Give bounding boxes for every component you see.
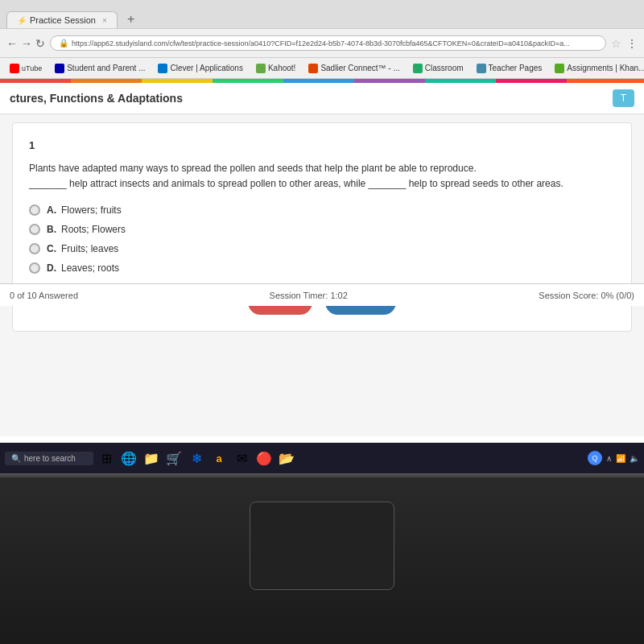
bookmark-sadlier[interactable]: Sadlier Connect™ - ... [305,63,402,74]
option-c-text: Fruits; leaves [61,243,118,254]
bookmark-khan-label: Assignments | Khan... [567,64,644,72]
page-title: ctures, Functions & Adaptations [10,92,183,105]
bookmark-clever[interactable]: Clever | Applications [155,63,246,74]
taskbar-network-icon: 📶 [616,454,625,463]
question-text: Plants have adapted many ways to spread … [29,161,615,192]
bookmark-kahoot-label: Kahoot! [268,64,295,72]
answer-options: A. Flowers; fruits B. Roots; Flowers C. … [29,204,615,274]
radio-c[interactable] [29,243,40,254]
option-d[interactable]: D. Leaves; roots [29,262,615,274]
taskbar-volume-icon: 🔈 [630,454,639,463]
bookmark-student[interactable]: Student and Parent ... [52,63,148,74]
bookmark-youtube[interactable]: uTube [6,63,45,74]
answered-count: 0 of 10 Answered [10,291,78,300]
taskbar-dropbox-icon[interactable]: ❄ [187,448,206,468]
bookmark-classroom-label: Classroom [425,64,464,72]
student-icon [55,64,64,73]
session-score: Session Score: 0% (0/0) [539,291,634,300]
khan-icon [555,64,564,73]
clever-icon [158,64,167,73]
question-number: 1 [29,139,615,151]
bookmark-teacher-label: Teacher Pages [489,64,543,72]
refresh-button[interactable]: ↻ [35,37,45,50]
option-a-text: Flowers; fruits [61,204,122,216]
taskbar-search-label: here to search [24,454,76,463]
browser-window: ⚡ Practice Session × + ← → ↻ 🔒 https://a… [0,0,644,475]
kahoot-icon [256,64,266,73]
bookmarks-bar: uTube Student and Parent ... Clever | Ap… [0,58,644,79]
search-icon: 🔍 [11,454,21,463]
classroom-icon [413,64,423,73]
option-b-text: Roots; Flowers [61,224,126,235]
option-d-letter: D. [47,262,56,274]
laptop-body: hp [0,475,644,644]
taskbar-files-icon[interactable]: 📂 [277,448,296,468]
trackpad[interactable] [250,502,394,590]
page-header: ctures, Functions & Adaptations T [0,83,644,114]
option-a[interactable]: A. Flowers; fruits [29,204,615,216]
radio-b[interactable] [29,224,40,235]
sadlier-icon [308,64,318,73]
tab-close-button[interactable]: × [102,16,107,25]
active-tab[interactable]: ⚡ Practice Session × [6,11,118,28]
option-c[interactable]: C. Fruits; leaves [29,243,615,254]
taskbar-search[interactable]: 🔍 here to search [5,452,93,465]
taskbar-amazon-icon[interactable]: a [209,448,229,468]
forward-button[interactable]: → [21,37,32,50]
address-bar: ← → ↻ 🔒 https://app62.studyisland.com/cf… [0,29,644,58]
bookmark-classroom[interactable]: Classroom [410,63,467,74]
new-tab-button[interactable]: + [122,10,140,28]
bookmark-teacher[interactable]: Teacher Pages [473,63,546,74]
lock-icon: 🔒 [59,39,68,47]
footer-bar: 0 of 10 Answered Session Timer: 1:02 Ses… [0,283,644,306]
url-bar[interactable]: 🔒 https://app62.studyisland.com/cfw/test… [50,35,606,51]
radio-d[interactable] [29,262,40,274]
bookmark-clever-label: Clever | Applications [170,64,242,72]
taskbar-folder-icon[interactable]: 📁 [142,448,161,468]
url-text: https://app62.studyisland.com/cfw/test/p… [72,39,570,47]
tab-icon: ⚡ [17,16,27,25]
taskbar-chrome-icon[interactable]: 🔴 [254,448,274,468]
back-button[interactable]: ← [6,37,18,50]
taskbar-mail-icon[interactable]: ✉ [232,448,251,468]
option-d-text: Leaves; roots [61,262,119,274]
question-line1: Plants have adapted many ways to spread … [29,163,477,174]
option-b-letter: B. [47,224,56,235]
taskbar-windows-button[interactable]: ⊞ [97,448,116,468]
bookmark-star-icon[interactable]: ☆ [611,37,621,50]
taskbar-edge-icon[interactable]: 🌐 [119,448,138,468]
teacher-icon [477,64,486,73]
taskbar-user-icon: Q [588,451,602,465]
radio-a[interactable] [29,204,40,216]
taskbar-store-icon[interactable]: 🛒 [164,448,184,468]
bookmark-yt-label: uTube [22,64,42,72]
bookmark-kahoot[interactable]: Kahoot! [253,63,299,74]
tab-label: Practice Session [30,15,96,25]
session-timer: Session Timer: 1:02 [270,291,348,300]
tab-bar: ⚡ Practice Session × + [0,0,644,29]
bookmark-sadlier-label: Sadlier Connect™ - ... [320,64,399,72]
question-line2: _______ help attract insects and animals… [29,178,564,189]
nav-buttons: ← → ↻ [6,37,45,50]
taskbar-right-area: Q ∧ 📶 🔈 [588,451,639,465]
option-c-letter: C. [47,243,56,254]
main-content: 1 Plants have adapted many ways to sprea… [0,114,644,436]
header-t-button[interactable]: T [613,89,634,107]
youtube-icon [10,64,19,73]
menu-icon[interactable]: ⋮ [626,37,638,50]
bookmark-khan[interactable]: Assignments | Khan... [551,63,644,74]
option-b[interactable]: B. Roots; Flowers [29,224,615,235]
bookmark-student-label: Student and Parent ... [67,64,145,72]
taskbar: 🔍 here to search ⊞ 🌐 📁 🛒 ❄ a ✉ 🔴 📂 Q ∧ 📶… [0,443,644,473]
option-a-letter: A. [47,204,56,216]
taskbar-arrow-up[interactable]: ∧ [606,454,612,463]
